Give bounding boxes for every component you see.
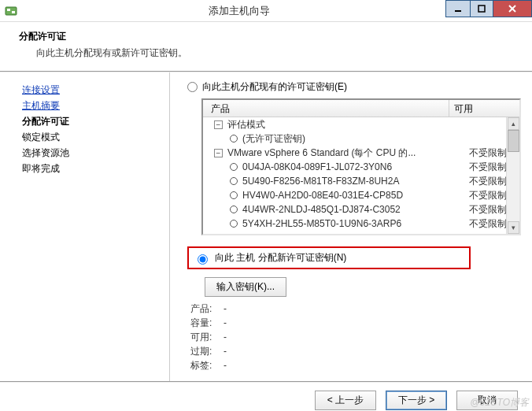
detail-label-label: 标签:	[190, 358, 224, 372]
scroll-up-button[interactable]: ▴	[508, 117, 519, 130]
titlebar: 添加主机向导	[0, 0, 532, 22]
detail-expire-label: 过期:	[190, 344, 224, 358]
license-listbox: 产品 可用 − 评估模式 (无许可证密钥) − VMware vSphere 6	[201, 98, 521, 235]
tree-item-key[interactable]: 0U4JA-08K04-089F1-JL072-3Y0N6 不受限制	[203, 160, 519, 174]
license-list-header: 产品 可用	[203, 100, 519, 117]
step-assign-license: 分配许可证	[22, 113, 163, 129]
radio-icon[interactable]	[230, 220, 238, 228]
detail-label-value: -	[224, 358, 227, 372]
detail-available-value: -	[224, 330, 227, 344]
radio-new-key-label: 向此 主机 分配新许可证密钥(N)	[215, 251, 346, 265]
license-list-body[interactable]: − 评估模式 (无许可证密钥) − VMware vSphere 6 Stand…	[203, 117, 519, 234]
radio-icon[interactable]	[230, 177, 238, 185]
radio-icon[interactable]	[230, 206, 238, 213]
detail-product-value: -	[224, 302, 227, 316]
detail-capacity-label: 容量:	[190, 316, 224, 330]
minimize-button[interactable]	[446, 1, 470, 17]
column-available[interactable]: 可用	[449, 100, 506, 117]
wizard-footer: < 上一步 下一步 > 取消	[0, 381, 532, 411]
scroll-track[interactable]	[508, 152, 519, 221]
wizard-main: 向此主机分配现有的许可证密钥(E) 产品 可用 − 评估模式 (无许可证密钥)	[170, 72, 532, 381]
wizard-steps-sidebar: 连接设置 主机摘要 分配许可证 锁定模式 选择资源池 即将完成	[0, 72, 170, 381]
wizard-header: 分配许可证 向此主机分配现有或新许可证密钥。	[0, 22, 532, 72]
watermark: @51CTO博客	[470, 396, 529, 409]
step-ready-complete: 即将完成	[22, 161, 163, 176]
scroll-down-button[interactable]: ▾	[508, 221, 519, 234]
maximize-button[interactable]	[470, 1, 493, 17]
step-connection-settings[interactable]: 连接设置	[22, 82, 163, 98]
page-subtitle: 向此主机分配现有或新许可证密钥。	[36, 46, 521, 60]
radio-existing-key[interactable]	[187, 82, 198, 92]
radio-new-key[interactable]	[198, 254, 208, 265]
svg-rect-1	[7, 9, 10, 11]
radio-icon[interactable]	[230, 135, 238, 143]
radio-icon[interactable]	[230, 191, 238, 199]
close-button[interactable]	[493, 1, 531, 17]
tree-item-key[interactable]: 5Y4XH-2HL55-M85T0-1U9N6-3ARP6 不受限制	[203, 217, 519, 231]
app-icon	[5, 5, 17, 17]
tree-item-key[interactable]: 5U490-F8256-M81T8-F83ZM-8UH2A 不受限制	[203, 174, 519, 188]
radio-existing-key-label: 向此主机分配现有的许可证密钥(E)	[202, 80, 347, 94]
tree-group-eval[interactable]: − 评估模式	[203, 117, 519, 131]
collapse-icon[interactable]: −	[214, 149, 223, 157]
detail-expire-value: -	[224, 344, 227, 358]
step-host-summary[interactable]: 主机摘要	[22, 98, 163, 113]
enter-key-button[interactable]: 输入密钥(K)...	[205, 277, 286, 297]
tree-group-standard[interactable]: − VMware vSphere 6 Standard (每个 CPU 的...…	[203, 146, 519, 160]
radio-existing-key-row[interactable]: 向此主机分配现有的许可证密钥(E)	[187, 80, 521, 94]
enter-key-row: 输入密钥(K)...	[205, 277, 521, 297]
collapse-icon[interactable]: −	[214, 120, 223, 129]
radio-icon[interactable]	[230, 163, 238, 171]
window-controls	[445, 0, 532, 17]
scroll-thumb[interactable]	[508, 130, 519, 152]
detail-available-label: 可用:	[190, 330, 224, 344]
page-title: 分配许可证	[19, 30, 521, 43]
tree-item-key[interactable]: 4U4WR-2NLDJ-485Q1-DJ874-C3052 不受限制	[203, 202, 519, 217]
vertical-scrollbar[interactable]: ▴ ▾	[506, 117, 519, 234]
next-button[interactable]: 下一步 >	[386, 391, 447, 410]
tree-item-key[interactable]: HV4W0-AH2D0-08E40-031E4-CP85D 不受限制	[203, 188, 519, 202]
detail-product-label: 产品:	[190, 302, 224, 316]
back-button[interactable]: < 上一步	[315, 391, 376, 410]
tree-item-no-key[interactable]: (无许可证密钥)	[203, 131, 519, 146]
svg-rect-2	[12, 11, 15, 13]
wizard-body: 连接设置 主机摘要 分配许可证 锁定模式 选择资源池 即将完成 向此主机分配现有…	[0, 72, 532, 381]
svg-rect-4	[478, 6, 485, 12]
detail-capacity-value: -	[224, 316, 227, 330]
license-details: 产品:- 容量:- 可用:- 过期:- 标签:-	[190, 302, 521, 372]
radio-new-key-row[interactable]: 向此 主机 分配新许可证密钥(N)	[187, 246, 471, 269]
step-resource-pool: 选择资源池	[22, 145, 163, 161]
step-lockdown-mode: 锁定模式	[22, 129, 163, 145]
column-product[interactable]: 产品	[203, 100, 449, 117]
